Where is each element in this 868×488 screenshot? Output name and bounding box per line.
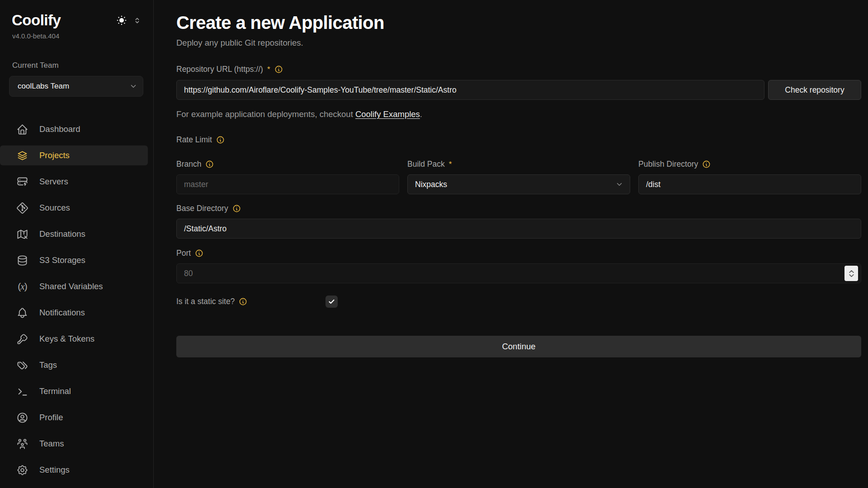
sidebar-item-label: Terminal	[39, 386, 71, 396]
port-field	[176, 263, 861, 283]
branch-input[interactable]	[176, 174, 399, 194]
repository-url-row: Check repository	[176, 80, 861, 100]
home-icon	[16, 123, 28, 136]
sidebar-item-destinations[interactable]: Destinations	[0, 224, 148, 244]
app-version: v4.0.0-beta.404	[0, 32, 153, 40]
static-site-label-row: Is it a static site?	[176, 297, 247, 306]
sidebar-item-s3-storages[interactable]: S3 Storages	[0, 250, 148, 270]
database-icon	[16, 254, 28, 267]
sidebar-item-teams[interactable]: Teams	[0, 434, 148, 454]
sidebar-item-label: Shared Variables	[39, 282, 103, 291]
sidebar-item-settings[interactable]: Settings	[0, 460, 148, 480]
branch-label: Branch	[176, 160, 201, 169]
repository-url-input[interactable]	[176, 80, 764, 100]
users-group-icon	[16, 438, 28, 450]
base-directory-label-row: Base Directory	[176, 204, 861, 213]
rate-limit-label: Rate Limit	[176, 135, 212, 145]
continue-button[interactable]: Continue	[176, 336, 861, 357]
variable-icon: (x)	[16, 281, 28, 292]
build-pack-select-value: Nixpacks	[415, 180, 447, 189]
theme-controls	[116, 14, 142, 26]
sidebar-item-notifications[interactable]: Notifications	[0, 303, 148, 323]
chevron-down-icon	[129, 82, 137, 90]
sidebar-item-label: Sources	[39, 203, 70, 213]
branch-label-row: Branch	[176, 160, 399, 169]
build-pack-column: Build Pack * Nixpacks	[407, 160, 630, 194]
gear-icon	[16, 464, 28, 476]
key-icon	[16, 333, 28, 345]
page-subtitle: Deploy any public Git repositories.	[176, 38, 861, 48]
build-pack-label-row: Build Pack *	[407, 160, 630, 169]
sidebar-item-projects[interactable]: Projects	[0, 145, 148, 165]
sidebar-item-label: Tags	[39, 360, 57, 370]
base-directory-label: Base Directory	[176, 204, 228, 213]
info-icon[interactable]	[274, 65, 283, 74]
check-repository-button[interactable]: Check repository	[768, 80, 861, 100]
port-input[interactable]	[176, 263, 861, 283]
sidebar: Coolify v4.0.0-beta.404 Current Team coo…	[0, 0, 154, 488]
sidebar-item-dashboard[interactable]: Dashboard	[0, 119, 148, 139]
sidebar-item-terminal[interactable]: Terminal	[0, 381, 148, 401]
info-icon[interactable]	[195, 249, 203, 258]
tags-icon	[16, 359, 28, 371]
spinner-up-icon	[849, 270, 854, 273]
info-icon[interactable]	[205, 160, 214, 169]
info-icon[interactable]	[239, 297, 247, 306]
sidebar-item-servers[interactable]: Servers	[0, 172, 148, 192]
app-logo: Coolify	[12, 12, 61, 29]
sun-icon[interactable]	[116, 14, 127, 26]
required-asterisk: *	[449, 160, 452, 169]
publish-directory-column: Publish Directory	[638, 160, 861, 194]
sidebar-item-profile[interactable]: Profile	[0, 408, 148, 427]
sidebar-item-label: Projects	[39, 150, 70, 160]
page-title: Create a new Application	[176, 12, 861, 33]
static-site-label: Is it a static site?	[176, 297, 235, 306]
sidebar-item-label: Dashboard	[39, 124, 80, 134]
branch-buildpack-publish-grid: Branch Build Pack * Nixpacks Publish Dir…	[176, 160, 861, 194]
git-diamond-icon	[16, 202, 28, 214]
terminal-icon	[16, 385, 28, 398]
rate-limit-label-row: Rate Limit	[176, 135, 861, 145]
spinner-down-icon	[849, 274, 854, 277]
server-icon	[16, 176, 28, 188]
publish-directory-input[interactable]	[638, 174, 861, 194]
bell-icon	[16, 307, 28, 319]
port-label: Port	[176, 249, 191, 258]
info-icon[interactable]	[232, 204, 241, 213]
port-label-row: Port	[176, 249, 861, 258]
main-content: Create a new Application Deploy any publ…	[154, 0, 868, 488]
build-pack-label: Build Pack	[407, 160, 445, 169]
layers-icon	[16, 150, 28, 162]
sidebar-item-tags[interactable]: Tags	[0, 355, 148, 375]
current-team-label: Current Team	[0, 61, 153, 70]
chevron-up-down-icon[interactable]	[133, 16, 142, 25]
team-select[interactable]: coolLabs Team	[9, 76, 143, 97]
static-site-checkbox[interactable]	[326, 296, 338, 308]
sidebar-item-label: Settings	[39, 465, 70, 475]
map-x-icon	[16, 228, 28, 240]
info-icon[interactable]	[702, 160, 711, 169]
sidebar-item-label: Notifications	[39, 308, 85, 318]
sidebar-item-label: Profile	[39, 413, 63, 422]
sidebar-nav: Dashboard Projects Servers Sources	[0, 119, 153, 480]
team-select-value: coolLabs Team	[18, 82, 69, 91]
sidebar-item-label: Teams	[39, 439, 64, 449]
user-circle-icon	[16, 412, 28, 424]
sidebar-item-sources[interactable]: Sources	[0, 198, 148, 218]
check-icon	[328, 298, 335, 305]
base-directory-input[interactable]	[176, 219, 861, 239]
info-icon[interactable]	[216, 136, 225, 144]
publish-directory-label-row: Publish Directory	[638, 160, 861, 169]
coolify-examples-link[interactable]: Coolify Examples	[355, 109, 420, 119]
sidebar-item-keys-tokens[interactable]: Keys & Tokens	[0, 329, 148, 349]
sidebar-header: Coolify	[0, 12, 153, 29]
branch-column: Branch	[176, 160, 399, 194]
repository-url-label: Repository URL (https://)	[176, 65, 263, 74]
build-pack-select[interactable]: Nixpacks	[407, 174, 630, 194]
sidebar-item-label: Destinations	[39, 229, 85, 239]
required-asterisk: *	[267, 65, 270, 74]
sidebar-item-label: Keys & Tokens	[39, 334, 94, 344]
sidebar-item-shared-variables[interactable]: (x) Shared Variables	[0, 277, 148, 296]
examples-help-text: For example application deployments, che…	[176, 109, 861, 119]
number-spinner[interactable]	[844, 266, 858, 281]
